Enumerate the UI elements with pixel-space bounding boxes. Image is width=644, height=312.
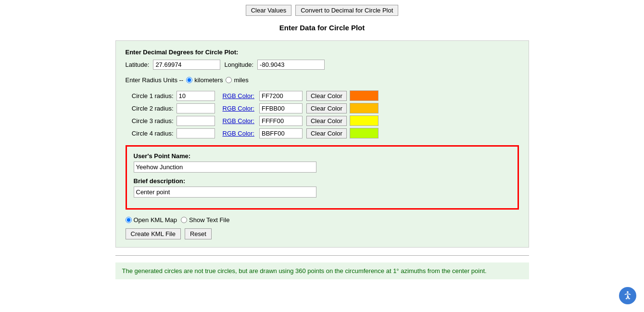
circle-row-4: Circle 4 radius: RGB Color: Clear Color — [126, 128, 519, 138]
circle-row-3: Circle 3 radius: RGB Color: Clear Color — [126, 115, 519, 126]
circle-row-1: Circle 1 radius: RGB Color: Clear Color — [126, 90, 519, 101]
circle-4-rgb-label[interactable]: RGB Color: — [223, 130, 254, 137]
circle-1-color-swatch — [350, 90, 379, 101]
brief-desc-input[interactable] — [134, 187, 316, 198]
user-point-name-label: User's Point Name: — [134, 152, 511, 160]
circle-1-clear-color-button[interactable]: Clear Color — [306, 91, 347, 101]
circle-2-label: Circle 2 radius: — [126, 105, 174, 112]
note-text: The generated circles are not true circl… — [122, 267, 487, 275]
circle-4-color-input[interactable] — [259, 128, 303, 138]
circle-2-clear-color-button[interactable]: Clear Color — [306, 103, 347, 113]
km-option[interactable]: kilometers — [186, 76, 223, 84]
circle-3-label: Circle 3 radius: — [126, 117, 174, 125]
circle-4-radius-input[interactable] — [177, 128, 215, 138]
convert-to-decimal-button[interactable]: Convert to Decimal for Circle Plot — [295, 5, 398, 16]
circle-1-color-input[interactable] — [259, 91, 303, 101]
circle-2-color-input[interactable] — [259, 103, 303, 113]
reset-button[interactable]: Reset — [185, 228, 212, 239]
circle-3-color-swatch — [350, 115, 379, 126]
circle-2-radius-input[interactable] — [177, 103, 215, 113]
note-panel: The generated circles are not true circl… — [115, 262, 529, 279]
radius-units-label: Enter Radius Units -- — [126, 76, 184, 84]
lat-lon-row: Latitude: Longitude: — [126, 60, 519, 70]
show-text-option[interactable]: Show Text File — [181, 216, 229, 224]
circle-row-2: Circle 2 radius: RGB Color: Clear Color — [126, 103, 519, 113]
user-point-name-input[interactable] — [134, 162, 316, 173]
circle-1-radius-input[interactable] — [177, 91, 215, 101]
circle-3-radius-input[interactable] — [177, 116, 215, 126]
clear-values-button[interactable]: Clear Values — [246, 5, 291, 16]
circle-2-rgb-label[interactable]: RGB Color: — [223, 105, 254, 112]
user-point-box: User's Point Name: Brief description: — [126, 145, 519, 210]
action-buttons: Create KML File Reset — [126, 228, 519, 239]
output-options: Open KML Map Show Text File — [126, 216, 519, 224]
latitude-label: Latitude: — [126, 61, 150, 68]
circle-3-rgb-label[interactable]: RGB Color: — [223, 117, 254, 125]
circle-3-color-input[interactable] — [259, 116, 303, 126]
main-panel: Enter Decimal Degrees for Circle Plot: L… — [115, 40, 529, 248]
circle-1-rgb-label[interactable]: RGB Color: — [223, 92, 254, 100]
page-wrapper: Clear Values Convert to Decimal for Circ… — [106, 0, 539, 284]
divider — [115, 255, 529, 256]
circle-2-color-swatch — [350, 103, 379, 113]
longitude-input[interactable] — [257, 60, 325, 70]
brief-desc-label: Brief description: — [134, 177, 511, 185]
circle-4-clear-color-button[interactable]: Clear Color — [306, 128, 347, 138]
miles-option[interactable]: miles — [226, 76, 248, 84]
circle-1-label: Circle 1 radius: — [126, 92, 174, 100]
circle-4-color-swatch — [350, 128, 379, 138]
top-buttons: Clear Values Convert to Decimal for Circ… — [115, 5, 529, 16]
circle-4-label: Circle 4 radius: — [126, 130, 174, 137]
circle-3-clear-color-button[interactable]: Clear Color — [306, 116, 347, 126]
radius-units-row: Enter Radius Units -- kilometers miles — [126, 76, 519, 84]
longitude-label: Longitude: — [224, 61, 253, 68]
open-kml-option[interactable]: Open KML Map — [126, 216, 177, 224]
section-title: Enter Decimal Degrees for Circle Plot: — [126, 49, 519, 56]
create-kml-button[interactable]: Create KML File — [126, 228, 181, 239]
latitude-input[interactable] — [153, 60, 220, 70]
circle-rows: Circle 1 radius: RGB Color: Clear Color … — [126, 90, 519, 138]
page-title: Enter Data for Circle Plot — [115, 24, 529, 32]
